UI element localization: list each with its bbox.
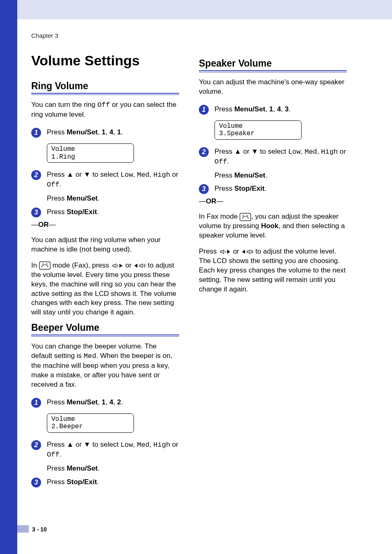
text: Press	[214, 171, 234, 179]
stop-exit-label: Stop/Exit	[67, 208, 97, 216]
text: or	[231, 247, 241, 255]
step-number-badge: 1	[199, 105, 209, 115]
text: You can turn the ring	[31, 101, 97, 108]
step-text: Press Stop/Exit.	[47, 478, 99, 487]
key-1: 1	[269, 105, 273, 113]
text: Press	[214, 105, 234, 113]
high-text: High	[153, 441, 170, 449]
text: ,	[265, 105, 269, 113]
hook-label: Hook	[261, 222, 279, 230]
step-text: Press ▲ or ▼ to select Low, Med, High or…	[47, 440, 179, 473]
text: to adjust the volume level. Every time y…	[31, 261, 176, 316]
text: ,	[301, 148, 304, 155]
key-2: 2	[117, 398, 121, 406]
beeper-volume-heading: Beeper Volume	[31, 322, 179, 335]
step-text: Press ▲ or ▼ to select Low, Med, High or…	[47, 170, 179, 203]
page-footer: 3 - 10	[32, 526, 47, 533]
key-4: 4	[109, 398, 113, 406]
lcd-display-beeper: Volume 2.Beeper	[47, 413, 134, 433]
ring-adjust-para: In mode (Fax), press or to adjust the vo…	[31, 261, 179, 318]
med-text: Med	[137, 441, 150, 449]
text: ,	[113, 398, 117, 406]
text: ,	[150, 171, 153, 178]
fax-mode-icon	[240, 213, 251, 221]
ring-step-3: 3 Press Stop/Exit.	[31, 208, 179, 217]
ring-volume-heading: Ring Volume	[31, 81, 179, 94]
text: ,	[133, 441, 137, 448]
text: In	[31, 261, 39, 269]
step-text: Press Stop/Exit.	[47, 208, 99, 217]
step-number-badge: 3	[31, 208, 41, 217]
text: Press	[47, 464, 67, 472]
menu-set-label: Menu/Set	[67, 194, 98, 202]
text: .	[121, 398, 123, 406]
stop-exit-label: Stop/Exit	[234, 185, 265, 192]
text: Press ▲ or ▼ to select	[214, 148, 288, 155]
volume-up-icon	[134, 263, 146, 269]
text: In Fax mode	[199, 212, 240, 220]
speaker-adjust-para: Press or to adjust the volume level. The…	[199, 247, 347, 294]
or-separator: —OR—	[31, 221, 179, 229]
beeper-step-1: 1 Press Menu/Set, 1, 4, 2.	[31, 398, 179, 408]
ring-step-1: 1 Press Menu/Set, 1, 4, 1.	[31, 128, 179, 138]
speaker-volume-heading: Speaker Volume	[199, 58, 347, 71]
speaker-step-1: 1 Press Menu/Set, 1, 4, 3.	[199, 105, 347, 115]
key-1: 1	[117, 128, 121, 136]
med-text: Med	[304, 148, 317, 156]
stop-exit-label: Stop/Exit	[67, 478, 97, 486]
med-text: Med	[84, 352, 97, 360]
page: Chapter 3 Volume Settings Ring Volume Yo…	[0, 0, 392, 554]
text: .	[97, 208, 99, 216]
text: .	[98, 464, 100, 472]
step-number-badge: 1	[31, 128, 41, 138]
text: Press ▲ or ▼ to select	[47, 171, 120, 178]
text: ,	[273, 105, 277, 113]
text: ,	[133, 171, 137, 178]
off-text: Off	[214, 158, 227, 166]
menu-set-label: Menu/Set	[67, 128, 98, 136]
text: .	[60, 180, 62, 188]
step-number-badge: 1	[31, 398, 41, 408]
off-text: Off	[47, 181, 60, 189]
ring-intro: You can turn the ring Off or you can sel…	[31, 100, 179, 120]
text: Press	[214, 185, 234, 192]
step-number-badge: 2	[31, 440, 41, 450]
speaker-step-2: 2 Press ▲ or ▼ to select Low, Med, High …	[199, 147, 347, 180]
top-accent-bar	[17, 0, 392, 19]
speaker-fax-para: In Fax mode , you can adjust the speaker…	[199, 212, 347, 240]
beeper-step-2: 2 Press ▲ or ▼ to select Low, Med, High …	[31, 440, 179, 473]
corner-accent	[0, 0, 17, 19]
text: Press	[47, 478, 67, 486]
beeper-step-3: 3 Press Stop/Exit.	[31, 478, 179, 487]
menu-set-label: Menu/Set	[67, 398, 98, 406]
key-4: 4	[277, 105, 281, 113]
step-number-badge: 2	[199, 147, 209, 157]
lcd-display-speaker: Volume 3.Speaker	[214, 120, 302, 140]
menu-set-label: Menu/Set	[234, 171, 265, 179]
text: Press	[47, 398, 67, 406]
volume-down-icon	[111, 263, 123, 269]
low-text: Low	[120, 171, 133, 179]
text: .	[97, 478, 99, 486]
text: Press	[47, 194, 67, 202]
key-4: 4	[109, 128, 113, 136]
side-accent-bar	[0, 0, 17, 554]
menu-set-label: Menu/Set	[67, 464, 98, 472]
step-number-badge: 3	[199, 184, 209, 194]
text: .	[98, 194, 100, 202]
text: ,	[98, 128, 101, 136]
key-1: 1	[101, 398, 105, 406]
page-title: Volume Settings	[31, 53, 179, 68]
or-separator: —OR—	[199, 197, 347, 205]
volume-up-icon	[241, 249, 254, 255]
text: .	[121, 128, 123, 136]
right-column: Speaker Volume You can adjust the machin…	[199, 53, 347, 490]
lcd-display-ring: Volume 1.Ring	[47, 143, 134, 163]
off-text: Off	[97, 101, 110, 109]
text: .	[265, 185, 267, 192]
footer-accent	[17, 525, 29, 533]
ring-idle-para: You can adjust the ring volume when your…	[31, 235, 179, 254]
text: .	[289, 105, 291, 113]
med-text: Med	[137, 171, 150, 179]
text: or	[338, 148, 346, 155]
